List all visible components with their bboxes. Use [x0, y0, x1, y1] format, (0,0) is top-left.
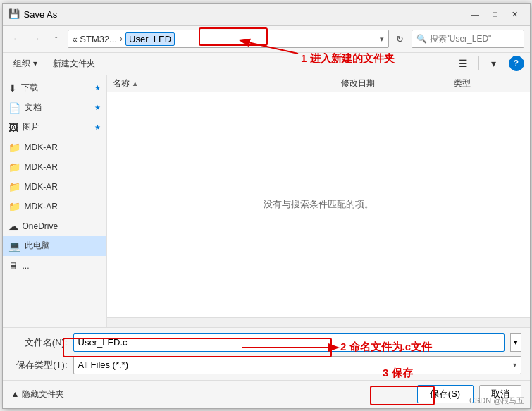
download-icon: ⬇ — [8, 82, 17, 94]
sidebar-item-pictures-label: 图片 — [23, 121, 39, 133]
thispc-icon: 💻 — [8, 240, 20, 252]
sidebar-item-thispc[interactable]: 💻 此电脑 — [3, 236, 106, 256]
maximize-button[interactable]: □ — [486, 7, 505, 21]
sidebar-item-mdk2[interactable]: 📁 MDK-AR — [3, 157, 106, 177]
toolbar-separator — [478, 56, 479, 70]
dialog-title: Save As — [24, 9, 466, 20]
search-input[interactable] — [430, 34, 519, 44]
dialog-icon: 💾 — [8, 8, 20, 20]
new-folder-label: 新建文件夹 — [53, 58, 95, 70]
pin-icon-pics: ★ — [94, 123, 101, 131]
up-button[interactable]: ↑ — [48, 30, 65, 47]
view-icon: ☰ — [459, 58, 468, 69]
folder-icon-1: 📁 — [8, 142, 20, 153]
dropdown-arrow-icon: ▾ — [513, 361, 516, 369]
address-bar: ← → ↑ « STM32... › User_LED ▾ ↻ 🔍 — [3, 26, 530, 53]
col-date-header: 修改日期 — [341, 78, 454, 90]
title-bar: 💾 Save As — □ ✕ — [3, 4, 530, 26]
folder-icon-4: 📁 — [8, 201, 20, 212]
filetype-value: All Files (*.*) — [78, 360, 129, 370]
help-button[interactable]: ? — [509, 56, 524, 71]
organize-dropdown-icon: ▾ — [33, 59, 37, 68]
new-folder-button[interactable]: 新建文件夹 — [48, 55, 100, 72]
sidebar-item-thispc-label: 此电脑 — [25, 240, 50, 252]
sidebar-item-mdk3[interactable]: 📁 MDK-AR — [3, 177, 106, 197]
pin-icon-docs: ★ — [94, 104, 101, 111]
cancel-button[interactable]: 取消 — [479, 385, 521, 403]
minimize-button[interactable]: — — [466, 7, 485, 21]
folder-icon-3: 📁 — [8, 181, 20, 192]
close-button[interactable]: ✕ — [506, 7, 524, 21]
save-as-dialog: 💾 Save As — □ ✕ ← → ↑ « STM32... › User_… — [2, 3, 531, 409]
file-list-header: 名称 ▲ 修改日期 类型 — [107, 75, 530, 92]
file-list: 名称 ▲ 修改日期 类型 没有与搜索条件匹配的项。 — [107, 75, 530, 327]
footer: ▲ 隐藏文件夹 保存(S) 取消 — [3, 380, 530, 408]
sidebar-item-download-label: 下载 — [21, 82, 38, 94]
pictures-icon: 🖼 — [8, 122, 18, 133]
main-content: ⬇ 下载 ★ 📄 文档 ★ 🖼 图片 ★ 📁 MDK-AR — [3, 75, 530, 327]
sidebar-item-onedrive-label: OneDrive — [23, 221, 58, 231]
hide-folders-toggle[interactable]: ▲ 隐藏文件夹 — [11, 388, 64, 400]
sidebar: ⬇ 下载 ★ 📄 文档 ★ 🖼 图片 ★ 📁 MDK-AR — [3, 75, 107, 327]
sidebar-item-pictures[interactable]: 🖼 图片 ★ — [3, 118, 106, 137]
view-dropdown-button[interactable]: ▾ — [485, 55, 503, 72]
file-list-body: 没有与搜索条件匹配的项。 — [107, 92, 530, 317]
refresh-button[interactable]: ↻ — [392, 30, 409, 47]
sidebar-item-mdk4[interactable]: 📁 MDK-AR — [3, 197, 106, 216]
col-type-header: 类型 — [454, 78, 524, 90]
sidebar-item-other[interactable]: 🖥 ... — [3, 256, 106, 276]
forward-button[interactable]: → — [28, 30, 45, 47]
window-controls: — □ ✕ — [466, 7, 524, 21]
other-icon: 🖥 — [8, 260, 18, 271]
filename-row: 文件名(N): ▾ — [11, 333, 521, 352]
empty-message: 没有与搜索条件匹配的项。 — [264, 198, 373, 211]
search-box[interactable]: 🔍 — [412, 30, 524, 48]
folder-icon-2: 📁 — [8, 161, 20, 173]
bottom-area: 文件名(N): ▾ 保存类型(T): All Files (*.*) ▾ — [3, 327, 530, 380]
back-button[interactable]: ← — [8, 30, 25, 47]
pin-icon: ★ — [94, 84, 101, 92]
search-icon: 🔍 — [416, 34, 427, 44]
view-button[interactable]: ☰ — [454, 55, 473, 72]
sidebar-item-download[interactable]: ⬇ 下载 ★ — [3, 78, 106, 98]
sidebar-item-mdk1[interactable]: 📁 MDK-AR — [3, 137, 106, 157]
toolbar: 组织 ▾ 新建文件夹 ☰ ▾ ? — [3, 53, 530, 75]
filename-dropdown-button[interactable]: ▾ — [510, 333, 521, 352]
sidebar-item-mdk3-label: MDK-AR — [25, 182, 58, 192]
filename-input[interactable] — [73, 333, 505, 352]
col-name-header: 名称 ▲ — [113, 78, 341, 90]
sidebar-item-mdk1-label: MDK-AR — [25, 142, 58, 152]
path-dropdown-button[interactable]: ▾ — [380, 35, 384, 44]
filename-label: 文件名(N): — [11, 336, 68, 349]
path-parent: « STM32... — [73, 34, 118, 44]
path-separator: › — [120, 34, 123, 44]
filetype-label: 保存类型(T): — [11, 359, 68, 372]
path-current[interactable]: User_LED — [125, 32, 175, 46]
organize-button[interactable]: 组织 ▾ — [8, 55, 42, 72]
horizontal-scrollbar[interactable] — [107, 317, 530, 327]
sort-arrow: ▲ — [132, 80, 139, 87]
filetype-dropdown[interactable]: All Files (*.*) ▾ — [73, 356, 521, 374]
filetype-row: 保存类型(T): All Files (*.*) ▾ — [11, 356, 521, 374]
sidebar-item-mdk4-label: MDK-AR — [25, 202, 58, 211]
hide-folders-label: ▲ 隐藏文件夹 — [11, 388, 64, 400]
sidebar-item-mdk2-label: MDK-AR — [25, 162, 58, 172]
footer-buttons: 保存(S) 取消 — [417, 385, 521, 403]
sidebar-item-other-label: ... — [23, 261, 30, 271]
docs-icon: 📄 — [8, 102, 20, 114]
onedrive-icon: ☁ — [8, 221, 18, 232]
sidebar-item-docs[interactable]: 📄 文档 ★ — [3, 98, 106, 118]
organize-label: 组织 — [13, 58, 30, 70]
save-button[interactable]: 保存(S) — [417, 385, 474, 403]
sidebar-item-onedrive[interactable]: ☁ OneDrive — [3, 216, 106, 236]
address-path[interactable]: « STM32... › User_LED ▾ — [68, 30, 389, 48]
sidebar-item-docs-label: 文档 — [25, 102, 42, 114]
